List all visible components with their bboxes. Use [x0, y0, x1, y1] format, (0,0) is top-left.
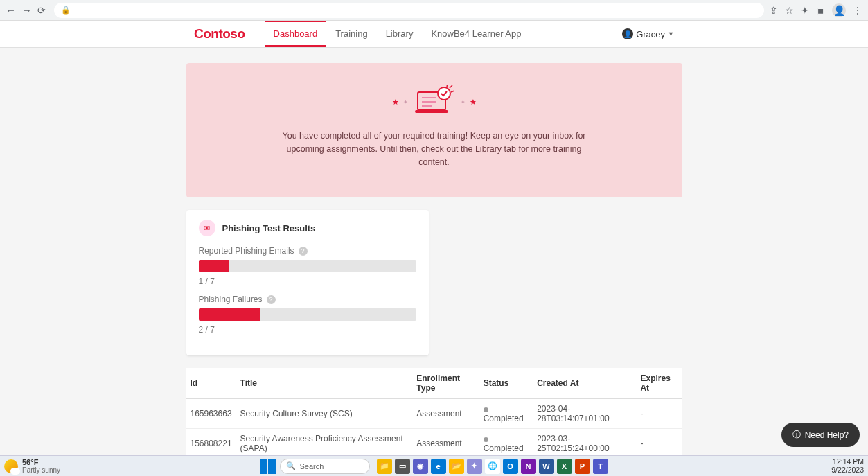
user-icon: 👤: [622, 28, 633, 39]
table-header[interactable]: Title: [236, 368, 413, 399]
help-icon[interactable]: ?: [299, 247, 308, 256]
taskbar-app-0[interactable]: 📁: [377, 459, 392, 474]
card-title: Phishing Test Results: [222, 223, 316, 233]
status-dot-icon: [484, 437, 488, 442]
cell-created: 2023-04-28T03:14:07+01:00: [533, 399, 636, 429]
envelope-icon: ✉: [199, 220, 215, 236]
address-bar[interactable]: 🔒: [54, 3, 764, 18]
taskbar-app-8[interactable]: N: [521, 459, 536, 474]
progress-bar: [199, 308, 416, 321]
reload-button[interactable]: ⟳: [37, 5, 46, 16]
info-icon: ⓘ: [792, 429, 801, 441]
taskbar-app-12[interactable]: T: [593, 459, 608, 474]
progress-fill: [199, 260, 230, 272]
tab-dashboard[interactable]: Dashboard: [265, 21, 327, 47]
need-help-button[interactable]: ⓘ Need Help?: [781, 423, 860, 447]
svg-point-5: [438, 87, 450, 100]
clock-date: 9/22/2023: [831, 466, 864, 475]
cell-title: Security Awareness Proficiency Assessmen…: [236, 429, 413, 455]
cell-type: Assessment: [412, 399, 479, 429]
taskbar-search[interactable]: 🔍 Search: [280, 459, 370, 474]
extensions-icon[interactable]: ✦: [801, 5, 809, 16]
metric-value: 1 / 7: [199, 276, 416, 286]
user-menu[interactable]: 👤 Gracey ▼: [622, 28, 674, 39]
search-placeholder: Search: [300, 462, 324, 470]
weather-temp: 56°F: [22, 458, 60, 466]
metric-label: Reported Phishing Emails: [199, 246, 294, 256]
profile-avatar[interactable]: 👤: [832, 3, 846, 17]
more-icon[interactable]: ⋮: [853, 5, 862, 16]
forward-button[interactable]: →: [21, 4, 32, 16]
weather-icon: [4, 459, 18, 473]
taskbar-app-4[interactable]: 📂: [449, 459, 464, 474]
search-icon: 🔍: [286, 461, 296, 470]
svg-line-6: [450, 85, 452, 88]
phishing-metric: Phishing Failures? 2 / 7: [199, 294, 416, 335]
taskbar-app-5[interactable]: ✦: [467, 459, 482, 474]
cell-expires: -: [636, 429, 682, 455]
progress-fill: [199, 308, 261, 321]
browser-toolbar: ← → ⟳ 🔒 ⇪ ☆ ✦ ▣ 👤 ⋮: [0, 0, 868, 21]
cell-expires: -: [636, 399, 682, 429]
bookmark-icon[interactable]: ☆: [785, 5, 794, 16]
share-icon[interactable]: ⇪: [770, 5, 778, 16]
side-panel-icon[interactable]: ▣: [816, 5, 825, 16]
svg-line-8: [447, 85, 448, 87]
cell-title: Security Culture Survey (SCS): [236, 399, 413, 429]
star-icon: ★: [470, 98, 477, 107]
tab-knowbe4-learner-app[interactable]: KnowBe4 Learner App: [422, 21, 530, 47]
brand-logo: Contoso: [194, 26, 245, 42]
phishing-metric: Reported Phishing Emails? 1 / 7: [199, 246, 416, 286]
taskbar-app-2[interactable]: ◉: [413, 459, 428, 474]
chevron-down-icon: ▼: [668, 30, 674, 37]
table-header[interactable]: Created At: [533, 368, 636, 399]
nav-tabs: DashboardTrainingLibraryKnowBe4 Learner …: [265, 21, 531, 47]
cell-id: 165963663: [186, 399, 236, 429]
weather-widget[interactable]: 56°F Partly sunny: [4, 458, 60, 474]
cell-type: Assessment: [412, 429, 479, 455]
sparkle-icon: ✦: [461, 99, 466, 105]
table-row: 156808221 Security Awareness Proficiency…: [186, 429, 682, 455]
taskbar-app-10[interactable]: X: [557, 459, 572, 474]
clock-time: 12:14 PM: [831, 458, 864, 466]
start-button[interactable]: [260, 459, 276, 474]
tab-library[interactable]: Library: [377, 21, 423, 47]
table-header[interactable]: Enrollment Type: [412, 368, 479, 399]
user-name: Gracey: [636, 29, 665, 39]
phishing-results-card: ✉ Phishing Test Results Reported Phishin…: [186, 210, 429, 355]
taskbar-app-9[interactable]: W: [539, 459, 554, 474]
table-header[interactable]: Expires At: [636, 368, 682, 399]
svg-rect-4: [415, 110, 448, 113]
taskbar-app-3[interactable]: e: [431, 459, 446, 474]
lock-icon: 🔒: [61, 6, 71, 15]
system-clock[interactable]: 12:14 PM 9/22/2023: [831, 458, 864, 474]
taskbar-app-11[interactable]: P: [575, 459, 590, 474]
table-header[interactable]: Status: [479, 368, 533, 399]
table-row: 165963663 Security Culture Survey (SCS) …: [186, 399, 682, 429]
windows-taskbar: 56°F Partly sunny 🔍 Search 📁▭◉e📂✦🌐ONWXPT…: [0, 455, 868, 476]
cell-status: Completed: [479, 429, 533, 455]
table-header[interactable]: Id: [186, 368, 236, 399]
metric-label: Phishing Failures: [199, 294, 263, 304]
taskbar-app-7[interactable]: O: [503, 459, 518, 474]
training-table: IdTitleEnrollment TypeStatusCreated AtEx…: [186, 368, 682, 455]
laptop-check-icon: [412, 85, 457, 118]
need-help-label: Need Help?: [805, 430, 849, 440]
help-icon[interactable]: ?: [267, 295, 276, 304]
back-button[interactable]: ←: [6, 4, 16, 16]
svg-line-7: [451, 91, 454, 92]
banner-illustration: ★ ✦ ✦ ★: [228, 85, 641, 118]
cell-status: Completed: [479, 399, 533, 429]
progress-bar: [199, 260, 416, 272]
metric-value: 2 / 7: [199, 325, 416, 335]
taskbar-app-6[interactable]: 🌐: [485, 459, 500, 474]
taskbar-app-1[interactable]: ▭: [395, 459, 410, 474]
tab-training[interactable]: Training: [326, 21, 376, 47]
star-icon: ★: [392, 98, 399, 107]
cell-created: 2023-03-25T02:15:24+00:00: [533, 429, 636, 455]
sparkle-icon: ✦: [403, 99, 408, 105]
completion-banner: ★ ✦ ✦ ★: [186, 63, 682, 197]
cell-id: 156808221: [186, 429, 236, 455]
app-header: Contoso DashboardTrainingLibraryKnowBe4 …: [0, 21, 868, 48]
banner-text: You have completed all of your required …: [282, 130, 587, 168]
